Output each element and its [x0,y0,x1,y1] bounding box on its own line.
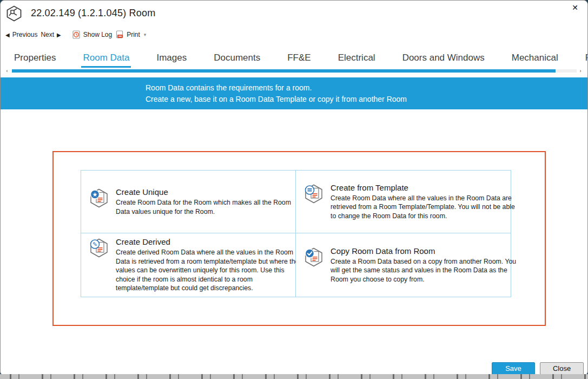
tab-documents[interactable]: Documents [212,49,262,68]
titlebar: 22.02.149 (1.2.1.045) Room ✕ [1,1,587,28]
taskbar-sliver [0,374,588,379]
app-logo-icon [6,5,22,22]
room-data-options: ★ Create Unique Create Room Data for the… [81,170,511,297]
tab-scrollbar: ‹ › [1,68,587,75]
print-button[interactable]: Print ▾ [115,30,146,39]
option-description: Create Room Data for the Room which make… [116,198,302,216]
option-description: Create a Room Data based on a copy from … [331,257,517,284]
info-banner: Room Data contains the requirements for … [1,77,587,109]
show-log-icon [72,30,81,39]
next-button[interactable]: Next ▶ [41,31,61,38]
toolbar: ◀ Previous Next ▶ Show Log Print ▾ [5,29,146,41]
tab-strip: Properties Room Data Images Documents FF… [1,47,588,68]
option-title: Create Unique [116,187,302,197]
print-label: Print [127,31,140,38]
option-description: Create derived Room Data where all the v… [116,248,302,293]
tab-ffe[interactable]: FF&E [286,49,312,68]
create-from-template-list-document-icon [303,184,324,204]
tab-room-data[interactable]: Room Data [81,49,131,68]
save-button[interactable]: Save [492,362,535,375]
copy-room-data-check-document-icon [303,247,324,267]
room-dialog-window: 22.02.149 (1.2.1.045) Room ✕ ◀ Previous … [0,0,588,376]
create-unique-star-document-icon: ★ [89,188,109,208]
tab-finishes[interactable]: Finishes [584,49,588,68]
tab-scroll-right-icon[interactable]: › [577,68,584,74]
print-dropdown-caret-icon[interactable]: ▾ [144,32,147,37]
option-title: Create from Template [331,183,517,192]
option-card-create-derived[interactable]: ✎ Create Derived Create derived Room Dat… [81,233,296,297]
create-derived-pencil-document-icon: ✎ [89,238,109,258]
banner-line-2: Create a new, base it on a Room Data Tem… [146,94,587,105]
option-title: Copy Room Data from Room [331,246,517,256]
option-card-create-from-template[interactable]: Create from Template Create Room Data wh… [296,170,511,233]
print-icon [115,30,124,39]
tab-electrical[interactable]: Electrical [336,49,377,68]
show-log-label: Show Log [83,31,112,38]
option-description: Create Room Data where all the values in… [331,194,517,221]
close-button[interactable]: Close [540,362,584,375]
option-title: Create Derived [116,237,302,246]
tab-scrollbar-track[interactable] [12,69,577,73]
previous-button[interactable]: ◀ Previous [5,31,37,38]
previous-arrow-icon: ◀ [5,32,10,38]
tab-scrollbar-thumb[interactable] [12,69,556,73]
show-log-button[interactable]: Show Log [72,30,112,39]
window-title: 22.02.149 (1.2.1.045) Room [31,8,155,19]
banner-line-1: Room Data contains the requirements for … [146,82,587,94]
tab-properties[interactable]: Properties [12,49,57,68]
option-card-copy-room-data-from-room[interactable]: Copy Room Data from Room Create a Room D… [296,233,511,297]
svg-text:★: ★ [93,191,98,198]
next-arrow-icon: ▶ [57,32,61,38]
tab-doors-and-windows[interactable]: Doors and Windows [401,49,486,68]
option-card-create-unique[interactable]: ★ Create Unique Create Room Data for the… [81,170,296,233]
next-label: Next [41,31,54,38]
previous-label: Previous [12,31,38,38]
tab-mechanical[interactable]: Mechanical [510,49,560,68]
tab-scroll-left-icon[interactable]: ‹ [4,68,10,74]
svg-text:✎: ✎ [93,241,97,248]
tab-images[interactable]: Images [155,49,188,68]
close-window-icon[interactable]: ✕ [570,2,580,13]
